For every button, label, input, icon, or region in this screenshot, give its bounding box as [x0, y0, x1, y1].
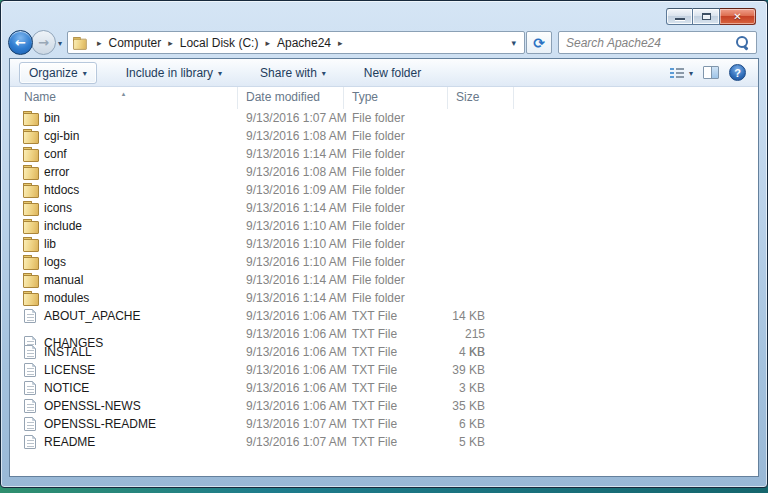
address-history-dropdown[interactable]: ▾ [503, 38, 524, 48]
file-size [448, 127, 514, 145]
file-row[interactable]: htdocs 9/13/2016 1:09 AM File folder [10, 181, 758, 199]
preview-pane-button[interactable] [703, 66, 719, 79]
file-row[interactable]: error 9/13/2016 1:08 AM File folder [10, 163, 758, 181]
file-size [448, 217, 514, 235]
file-row[interactable]: INSTALL 9/13/2016 1:06 AM TXT File 4 KB [10, 343, 758, 361]
navigation-bar: ← → ▾ ▸ Computer ▸ Local Disk (C:) ▸ Apa… [1, 28, 767, 58]
file-row[interactable]: cgi-bin 9/13/2016 1:08 AM File folder [10, 127, 758, 145]
change-view-button[interactable]: ▾ [670, 67, 693, 79]
file-row[interactable]: manual 9/13/2016 1:14 AM File folder [10, 271, 758, 289]
file-size [448, 163, 514, 181]
file-list: bin 9/13/2016 1:07 AM File folder cgi-bi… [10, 109, 758, 451]
file-row[interactable]: README 9/13/2016 1:07 AM TXT File 5 KB [10, 433, 758, 451]
address-bar[interactable]: ▸ Computer ▸ Local Disk (C:) ▸ Apache24 … [67, 31, 525, 54]
file-size: 35 KB [448, 397, 514, 415]
file-row[interactable]: include 9/13/2016 1:10 AM File folder [10, 217, 758, 235]
file-size: 4 KB [448, 343, 514, 361]
back-icon: ← [15, 35, 26, 50]
file-row[interactable]: CHANGES 9/13/2016 1:06 AM TXT File 215 K… [10, 325, 758, 343]
text-file-icon [24, 345, 36, 359]
back-button[interactable]: ← [8, 30, 33, 55]
file-row[interactable]: NOTICE 9/13/2016 1:06 AM TXT File 3 KB [10, 379, 758, 397]
organize-label: Organize [29, 66, 78, 80]
search-input[interactable]: Search Apache24 [559, 36, 735, 50]
file-size [448, 145, 514, 163]
file-type: TXT File [344, 379, 448, 397]
close-button[interactable]: ✕ [720, 8, 756, 25]
file-row[interactable]: logs 9/13/2016 1:10 AM File folder [10, 253, 758, 271]
file-row[interactable]: OPENSSL-README 9/13/2016 1:07 AM TXT Fil… [10, 415, 758, 433]
recent-pages-dropdown[interactable]: ▾ [58, 39, 62, 48]
file-name: ABOUT_APACHE [44, 307, 140, 325]
file-row[interactable]: icons 9/13/2016 1:14 AM File folder [10, 199, 758, 217]
caption-buttons: ✕ [666, 8, 756, 25]
minimize-button[interactable] [666, 8, 693, 25]
include-in-library-button[interactable]: Include in library ▾ [117, 63, 231, 83]
client-area: Organize ▾ Include in library ▾ Share wi… [9, 58, 759, 477]
share-with-button[interactable]: Share with ▾ [251, 63, 335, 83]
file-type: File folder [344, 163, 448, 181]
include-in-library-label: Include in library [126, 66, 213, 80]
forward-button[interactable]: → [31, 30, 56, 55]
file-row[interactable]: modules 9/13/2016 1:14 AM File folder [10, 289, 758, 307]
file-type: File folder [344, 181, 448, 199]
help-button[interactable]: ? [729, 64, 746, 81]
file-type: File folder [344, 217, 448, 235]
explorer-window: ✕ ← → ▾ ▸ Computer ▸ Local Disk (C:) ▸ A… [0, 0, 768, 488]
column-headers: Name ▴ Date modified Type Size [10, 87, 758, 109]
breadcrumb-local-disk-c[interactable]: Local Disk (C:) [179, 36, 260, 50]
file-size [448, 289, 514, 307]
close-icon: ✕ [733, 11, 741, 22]
column-header-name[interactable]: Name ▴ [10, 87, 238, 109]
folder-icon [23, 291, 38, 305]
file-date-modified: 9/13/2016 1:07 AM [238, 415, 344, 433]
file-size [448, 181, 514, 199]
column-date-label: Date modified [246, 90, 320, 104]
chevron-down-icon: ▾ [218, 68, 222, 78]
text-file-icon [24, 309, 36, 323]
text-file-icon [24, 435, 36, 449]
folder-icon [23, 147, 38, 161]
chevron-down-icon: ▾ [83, 68, 87, 78]
file-date-modified: 9/13/2016 1:14 AM [238, 271, 344, 289]
breadcrumb-computer[interactable]: Computer [108, 36, 163, 50]
refresh-button[interactable]: ⟳ [526, 31, 552, 54]
file-size [448, 199, 514, 217]
sort-ascending-icon: ▴ [122, 84, 126, 105]
chevron-down-icon: ▾ [322, 68, 326, 78]
help-icon: ? [734, 67, 741, 79]
file-type: File folder [344, 127, 448, 145]
folder-icon [23, 129, 38, 143]
file-size [448, 109, 514, 127]
search-box[interactable]: Search Apache24 [558, 31, 757, 54]
file-row[interactable]: conf 9/13/2016 1:14 AM File folder [10, 145, 758, 163]
folder-icon [23, 255, 38, 269]
file-size: 14 KB [448, 307, 514, 325]
file-size [448, 253, 514, 271]
column-header-type[interactable]: Type [344, 87, 448, 109]
text-file-icon [24, 399, 36, 413]
file-type: File folder [344, 289, 448, 307]
column-header-date-modified[interactable]: Date modified [238, 87, 344, 109]
breadcrumb-arrow-icon: ▸ [259, 38, 276, 48]
file-row[interactable]: OPENSSL-NEWS 9/13/2016 1:06 AM TXT File … [10, 397, 758, 415]
folder-icon [23, 219, 38, 233]
organize-button[interactable]: Organize ▾ [19, 62, 97, 84]
file-name: modules [44, 289, 89, 307]
file-type: TXT File [344, 415, 448, 433]
file-name: manual [44, 271, 83, 289]
breadcrumb-apache24[interactable]: Apache24 [276, 36, 332, 50]
new-folder-button[interactable]: New folder [355, 63, 430, 83]
file-row[interactable]: bin 9/13/2016 1:07 AM File folder [10, 109, 758, 127]
forward-icon: → [38, 35, 49, 50]
file-row[interactable]: lib 9/13/2016 1:10 AM File folder [10, 235, 758, 253]
file-type: TXT File [344, 307, 448, 325]
maximize-button[interactable] [693, 8, 720, 25]
file-row[interactable]: LICENSE 9/13/2016 1:06 AM TXT File 39 KB [10, 361, 758, 379]
column-header-empty [514, 87, 758, 109]
file-type: TXT File [344, 361, 448, 379]
file-date-modified: 9/13/2016 1:09 AM [238, 181, 344, 199]
column-header-size[interactable]: Size [448, 87, 514, 109]
breadcrumb-arrow-icon: ▸ [162, 38, 179, 48]
file-row[interactable]: ABOUT_APACHE 9/13/2016 1:06 AM TXT File … [10, 307, 758, 325]
